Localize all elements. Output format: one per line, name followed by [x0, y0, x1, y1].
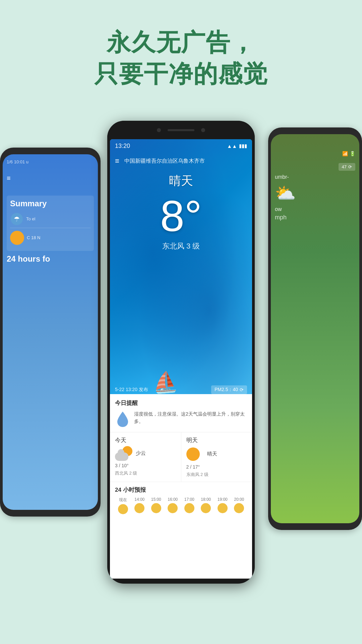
tagline-line2: 只要干净的感觉 — [0, 58, 362, 90]
hour-icon-17 — [184, 503, 194, 513]
camera-sensor — [157, 128, 161, 132]
hour-item-15: 15:00 — [148, 497, 164, 514]
reminder-text: 湿度很低，注意保湿。这2天气温会明显上升，别穿太多。 — [134, 410, 247, 425]
pm-badge: PM2.5：40 ⟳ — [211, 385, 247, 394]
weather-condition: 晴天 — [110, 173, 252, 189]
right-battery-icon: 🔋 — [350, 151, 355, 156]
sun-icon-container — [186, 446, 204, 462]
publish-time: 5-22 13:20 发布 — [115, 387, 148, 393]
today-temp: 3 / 10° — [115, 463, 176, 468]
phone-left-screen: 1/6 10:01 u ≡ Summary ☂ To el — [3, 154, 98, 510]
tomorrow-label: 明天 — [186, 436, 247, 444]
phone-screen: 13:20 ▲▲ ▮▮▮ ≡ 中国新疆维吾尔自治区乌鲁木齐市 晴天 8° 东北风… — [110, 139, 252, 579]
tomorrow-forecast: 明天 晴天 2 / 17° 东南风 2 — [181, 432, 252, 482]
tomorrow-condition: 晴天 — [207, 451, 217, 457]
svg-text:☂: ☂ — [14, 215, 20, 223]
tomorrow-wind: 东南风 2 级 — [186, 472, 247, 478]
partly-cloudy-icon — [115, 446, 132, 461]
status-icons: ▲▲ ▮▮▮ — [227, 143, 247, 149]
hour-item-14: 14:00 — [132, 497, 148, 514]
hour-time-17: 17:00 — [181, 497, 197, 502]
hour-icon-15 — [151, 503, 161, 513]
reminder-content: 湿度很低，注意保湿。这2天气温会明显上升，别穿太多。 — [115, 410, 247, 429]
left-summary-box: Summary ☂ To el C 18 N — [7, 196, 94, 251]
right-mph-label: mph — [275, 214, 355, 221]
weather-background: 13:20 ▲▲ ▮▮▮ ≡ 中国新疆维吾尔自治区乌鲁木齐市 晴天 8° 东北风… — [110, 139, 252, 579]
hour-time-now: 现在 — [115, 497, 131, 503]
refresh-icon: ⟳ — [240, 387, 244, 392]
tagline-line1: 永久无广告， — [0, 27, 362, 58]
left-today-row: C 18 N — [10, 228, 90, 248]
hour-icon-now — [118, 504, 128, 514]
today-label: 今天 — [115, 436, 176, 444]
wifi-icon: ▲▲ — [227, 143, 237, 149]
right-label1: umbr- — [275, 174, 355, 180]
today-condition: 少云 — [136, 450, 146, 457]
status-time: 13:20 — [115, 143, 130, 150]
left-menu-icon: ≡ — [7, 174, 94, 182]
hour-icon-14 — [134, 503, 144, 513]
phone-center: 13:20 ▲▲ ▮▮▮ ≡ 中国新疆维吾尔自治区乌鲁木齐市 晴天 8° 东北风… — [107, 121, 255, 584]
hour-icon-18 — [201, 503, 211, 513]
left-status-text: 1/6 10:01 u — [7, 159, 28, 164]
phone-right: 📶 🔋 47 ⟳ umbr- ⛅ ow mph — [268, 127, 362, 530]
tagline-section: 永久无广告， 只要干净的感觉 — [0, 27, 362, 90]
front-camera — [201, 128, 205, 132]
right-wifi-icon: 📶 — [342, 151, 348, 156]
left-summary-label: Summary — [10, 199, 90, 208]
top-nav[interactable]: ≡ 中国新疆维吾尔自治区乌鲁木齐市 — [110, 153, 252, 169]
hour-icon-19 — [218, 503, 228, 513]
tomorrow-icon-row: 晴天 — [186, 446, 247, 462]
hours-row: 现在 14:00 15:00 — [115, 497, 247, 514]
hour-time-15: 15:00 — [148, 497, 164, 502]
hamburger-menu-icon[interactable]: ≡ — [115, 157, 119, 165]
hour-time-19: 19:00 — [215, 497, 231, 502]
weather-main: 晴天 8° 东北风 3 级 — [110, 173, 252, 251]
phone-top-bezel — [107, 121, 255, 139]
hour-item-17: 17:00 — [181, 497, 197, 514]
left-phone-data: 1/6 10:01 u ≡ Summary ☂ To el — [3, 154, 98, 269]
speaker-bar — [168, 129, 194, 131]
right-label2: ow — [275, 206, 355, 212]
left-umbrella-text: To el — [26, 216, 35, 222]
bottom-info-bar: 5-22 13:20 发布 PM2.5：40 ⟳ — [113, 385, 249, 394]
pm-text: PM2.5：40 — [215, 387, 238, 393]
white-content-area: 今日提醒 湿度很低，注意保湿。这2天气温会明显上升，别穿太多。 — [110, 394, 252, 579]
today-forecast: 今天 少云 3 / 10° — [110, 432, 181, 482]
hour-item-16: 16:00 — [165, 497, 181, 514]
reminder-title: 今日提醒 — [115, 399, 247, 407]
hours-title: 24 小时预报 — [115, 486, 247, 494]
left-today-text: C 18 N — [27, 234, 40, 241]
hour-item-20: 20:00 — [231, 497, 247, 514]
right-cloud-icon: ⛅ — [275, 183, 355, 203]
left-24h-label: 24 hours fo — [7, 254, 94, 264]
hour-time-14: 14:00 — [132, 497, 148, 502]
sun-circle — [186, 447, 200, 461]
hour-time-20: 20:00 — [231, 497, 247, 502]
hour-icon-16 — [168, 503, 178, 513]
phone-left: 1/6 10:01 u ≡ Summary ☂ To el — [0, 148, 101, 517]
weather-wind: 东北风 3 级 — [110, 241, 252, 251]
reminder-section: 今日提醒 湿度很低，注意保湿。这2天气温会明显上升，别穿太多。 — [110, 394, 252, 432]
hour-time-18: 18:00 — [198, 497, 214, 502]
umbrella-icon: ☂ — [10, 212, 23, 226]
location-text: 中国新疆维吾尔自治区乌鲁木齐市 — [124, 158, 205, 165]
pc-cloud — [115, 452, 128, 461]
battery-icon: ▮▮▮ — [239, 143, 247, 149]
hours-section: 24 小时预报 现在 14:00 — [110, 482, 252, 517]
hour-time-16: 16:00 — [165, 497, 181, 502]
drop-svg — [116, 411, 129, 428]
right-status-icons: 📶 🔋 — [275, 151, 355, 156]
today-condition-text: 少云 — [136, 450, 146, 457]
weather-temperature: 8° — [110, 194, 252, 238]
hour-item-19: 19:00 — [215, 497, 231, 514]
hour-item-18: 18:00 — [198, 497, 214, 514]
today-wind: 西北风 2 级 — [115, 470, 176, 476]
phones-container: 1/6 10:01 u ≡ Summary ☂ To el — [0, 121, 362, 644]
today-icon-row: 少云 — [115, 446, 176, 461]
right-phone-content: 📶 🔋 47 ⟳ umbr- ⛅ ow mph — [271, 134, 359, 226]
hour-icon-20 — [234, 503, 244, 513]
right-pm-value: 47 — [342, 164, 347, 169]
status-bar: 13:20 ▲▲ ▮▮▮ — [110, 139, 252, 153]
phone-right-screen: 📶 🔋 47 ⟳ umbr- ⛅ ow mph — [271, 134, 359, 523]
